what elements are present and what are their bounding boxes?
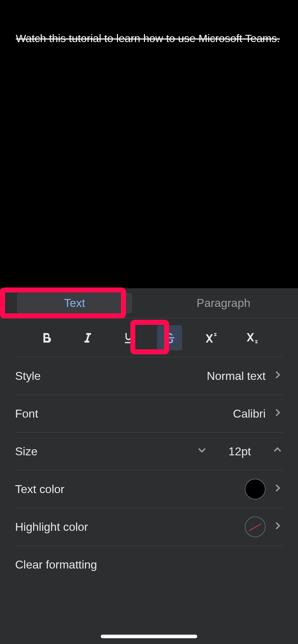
bold-button[interactable] [34, 325, 59, 350]
text-color-row[interactable]: Text color [15, 470, 283, 508]
formatting-panel: Text Paragraph Style Normal text [0, 288, 298, 644]
text-color-label: Text color [15, 483, 64, 496]
highlight-color-label: Highlight color [15, 520, 88, 534]
chevron-right-icon [272, 406, 283, 421]
size-row: Size 12pt [15, 433, 283, 470]
clear-formatting-label: Clear formatting [15, 558, 97, 571]
font-label: Font [15, 407, 38, 420]
tab-paragraph[interactable]: Paragraph [149, 288, 298, 318]
document-text[interactable]: Watch this tutorial to learn how to use … [16, 32, 282, 45]
subscript-icon [244, 331, 259, 345]
tab-paragraph-label: Paragraph [197, 296, 250, 310]
highlight-color-swatch [245, 516, 266, 537]
font-value: Calibri [233, 407, 266, 420]
chevron-down-icon [197, 445, 207, 455]
style-label: Style [15, 369, 41, 383]
strikethrough-button[interactable] [157, 325, 182, 350]
font-row[interactable]: Font Calibri [15, 395, 283, 433]
italic-icon [80, 331, 95, 345]
chevron-right-icon [272, 368, 283, 383]
bold-icon [39, 331, 54, 345]
underline-button[interactable] [116, 325, 141, 350]
superscript-button[interactable] [198, 325, 223, 350]
underline-icon [121, 331, 136, 345]
superscript-icon [203, 331, 218, 345]
subscript-button[interactable] [239, 325, 264, 350]
chevron-right-icon [272, 482, 283, 497]
size-value: 12pt [225, 445, 254, 458]
style-row[interactable]: Style Normal text [15, 357, 283, 395]
tab-text[interactable]: Text [0, 288, 149, 318]
clear-formatting-row[interactable]: Clear formatting [15, 546, 283, 584]
tab-text-label: Text [17, 293, 132, 313]
strikethrough-icon [162, 331, 177, 345]
style-value: Normal text [207, 369, 266, 383]
chevron-up-icon [272, 445, 283, 455]
size-increase-button[interactable] [272, 445, 283, 458]
panel-tabs: Text Paragraph [0, 288, 298, 318]
document-area[interactable]: Watch this tutorial to learn how to use … [0, 0, 298, 288]
italic-button[interactable] [75, 325, 100, 350]
text-color-swatch [245, 479, 266, 500]
format-buttons-row [15, 318, 283, 357]
highlight-color-row[interactable]: Highlight color [15, 508, 283, 546]
chevron-right-icon [272, 519, 283, 534]
size-decrease-button[interactable] [197, 445, 207, 458]
home-indicator [101, 635, 197, 638]
size-label: Size [15, 445, 37, 458]
